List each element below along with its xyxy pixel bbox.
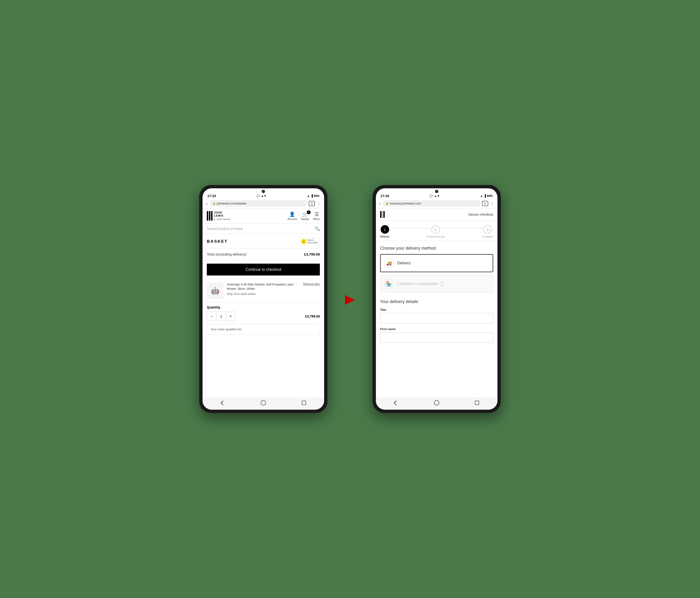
- browser-menu-1[interactable]: ⋮: [317, 201, 321, 206]
- collection-label: Collection is unavailable: [397, 282, 438, 286]
- menu-icon: ☰: [315, 211, 319, 217]
- status-icons: 💬 ▲▼: [256, 194, 267, 198]
- jl-logo: JOHNLEWIS& PARTNERS: [207, 211, 230, 221]
- jl-nav: 👤 Account 🛒 1 Basket ☰ Menu: [287, 211, 320, 220]
- menu-label: Menu: [314, 218, 320, 220]
- status-bar: 17:33 💬 ▲▼ ▲ ▐ 84%: [203, 193, 324, 199]
- basket-title: BASKET: [207, 239, 228, 244]
- phone-checkout: 17:34 💬 ▲▼ ▲ ▐ 84% ⌂ 🔒 heckout.johnlewis…: [373, 185, 501, 413]
- logo-bar-3: [211, 211, 212, 221]
- secure-checkout-text: Secure checkout: [468, 213, 493, 216]
- time-2: 17:34: [381, 194, 389, 198]
- signal-icon: ▐: [311, 194, 313, 198]
- url-bar-2[interactable]: 🔒 heckout.johnlewis.com: [383, 200, 480, 207]
- product-image: 🤖: [207, 282, 223, 299]
- search-icon[interactable]: 🔍: [315, 226, 320, 231]
- home-icon-1: [261, 400, 266, 405]
- phone-basket: 17:33 💬 ▲▼ ▲ ▐ 84% ⌂ 🔒 johnlewis.com/bas…: [199, 185, 327, 413]
- account-label: Account: [287, 218, 297, 220]
- home-icon-b2[interactable]: ⌂: [379, 201, 381, 206]
- delivery-label: Delivery: [397, 261, 411, 265]
- remove-item-link[interactable]: Remove item: [303, 282, 320, 286]
- logo-bar-s2: [382, 211, 383, 218]
- total-row: Total (excluding delivery): £3,799.00: [203, 248, 324, 260]
- quantity-decrease-button[interactable]: −: [207, 312, 216, 321]
- checkout-button[interactable]: Continue to checkout: [207, 264, 320, 275]
- logo-bar-s1: [380, 211, 381, 218]
- scene: 17:33 💬 ▲▼ ▲ ▐ 84% ⌂ 🔒 johnlewis.com/bas…: [199, 185, 501, 413]
- status-right-2: ▲ ▐ 84%: [480, 194, 493, 198]
- status-bar-2: 17:34 💬 ▲▼ ▲ ▐ 84%: [376, 193, 497, 199]
- question-mark-icon[interactable]: ?: [440, 281, 444, 286]
- lock-icon: 🔒: [212, 202, 216, 205]
- tab-count-2[interactable]: 5: [482, 201, 488, 206]
- quantity-value: 1: [216, 312, 226, 321]
- order-qualifies-bar: Your order qualifies for:: [207, 324, 320, 334]
- first-name-field-group: First name: [380, 327, 493, 343]
- nav-menu[interactable]: ☰ Menu: [314, 211, 320, 220]
- collection-store-icon: 🏪: [384, 279, 394, 289]
- recents-button-1[interactable]: [300, 399, 307, 406]
- delivery-truck-icon: 🚚: [384, 258, 394, 268]
- back-button-2[interactable]: [393, 399, 400, 406]
- nav-account[interactable]: 👤 Account: [287, 211, 297, 220]
- basket-title-row: BASKET ✓ NortonSECURED: [203, 234, 324, 248]
- quantity-increase-button[interactable]: +: [226, 312, 235, 321]
- delivery-method-title: Choose your delivery method: [376, 241, 497, 254]
- first-name-label: First name: [380, 327, 493, 331]
- recents-button-2[interactable]: [473, 399, 481, 406]
- product-row: 🤖 Ambrogio 4.36 Elite Robotic Self-Prope…: [203, 279, 324, 303]
- url-text-2: heckout.johnlewis.com: [390, 202, 421, 205]
- home-button-1[interactable]: [260, 399, 267, 406]
- logo-bars: [207, 211, 212, 221]
- search-placeholder[interactable]: Search product or brand: [207, 227, 313, 231]
- step-delivery: 1 Delivery: [380, 225, 390, 238]
- whatsapp-icon: 💬: [256, 194, 260, 198]
- product-stock: Only 10 in stock online: [227, 292, 320, 296]
- logo-bar-1: [207, 211, 208, 221]
- collection-option: 🏪 Collection is unavailable ?: [380, 275, 493, 293]
- norton-badge: ✓ NortonSECURED: [299, 238, 320, 245]
- title-input[interactable]: [380, 313, 493, 323]
- time: 17:33: [207, 194, 216, 198]
- browser-menu-2[interactable]: ⋮: [490, 201, 495, 206]
- step-label-3: Complete: [482, 235, 493, 238]
- whatsapp-icon-2: 💬: [429, 194, 433, 198]
- product-name: Ambrogio 4.36 Elite Robotic Self-Propell…: [227, 282, 301, 291]
- bottom-nav-2: [376, 397, 497, 410]
- basket-content: JOHNLEWIS& PARTNERS 👤 Account 🛒 1 Basket: [203, 208, 324, 397]
- product-details: Ambrogio 4.36 Elite Robotic Self-Propell…: [227, 282, 320, 299]
- battery-text: 84%: [314, 194, 319, 198]
- total-price: £3,799.00: [304, 252, 320, 256]
- status-right: ▲ ▐ 84%: [307, 194, 319, 198]
- camera: [262, 190, 265, 193]
- account-icon: 👤: [289, 211, 295, 217]
- tab-count-1[interactable]: 5: [309, 201, 315, 206]
- delivery-details-title: Your delivery details: [380, 299, 493, 304]
- norton-text: NortonSECURED: [307, 239, 318, 244]
- first-name-input[interactable]: [380, 332, 493, 343]
- quantity-section: Quantity − 1 + £3,799.00: [203, 303, 324, 324]
- home-icon-2: [434, 400, 439, 405]
- jl-logo-small: [380, 211, 385, 218]
- home-icon[interactable]: ⌂: [205, 201, 208, 206]
- norton-check-icon: ✓: [301, 239, 306, 244]
- wifi-icon-2: ▲: [480, 194, 483, 198]
- quantity-row: − 1 + £3,799.00: [207, 312, 320, 321]
- total-label: Total (excluding delivery):: [207, 252, 247, 256]
- recents-icon-2: [475, 401, 479, 405]
- delivery-option[interactable]: 🚚 Delivery: [380, 254, 493, 272]
- home-button-2[interactable]: [433, 399, 440, 406]
- checkout-header: Secure checkout: [376, 208, 497, 221]
- lock-icon-2: 🔒: [385, 202, 389, 205]
- arrow-indicator: ►: [342, 291, 358, 307]
- title-label: Title: [380, 308, 493, 312]
- step-review: 2 Review and pay: [426, 225, 445, 238]
- signal-icons: ▲▼: [261, 194, 267, 198]
- step-circle-3: 3: [483, 225, 492, 234]
- steps-bar: 1 Delivery 2 Review and pay 3 Complete: [376, 221, 497, 241]
- back-button-1[interactable]: [219, 399, 227, 406]
- nav-basket[interactable]: 🛒 1 Basket: [301, 211, 309, 220]
- title-field-group: Title: [380, 308, 493, 323]
- url-bar-1[interactable]: 🔒 johnlewis.com/basket: [210, 200, 307, 207]
